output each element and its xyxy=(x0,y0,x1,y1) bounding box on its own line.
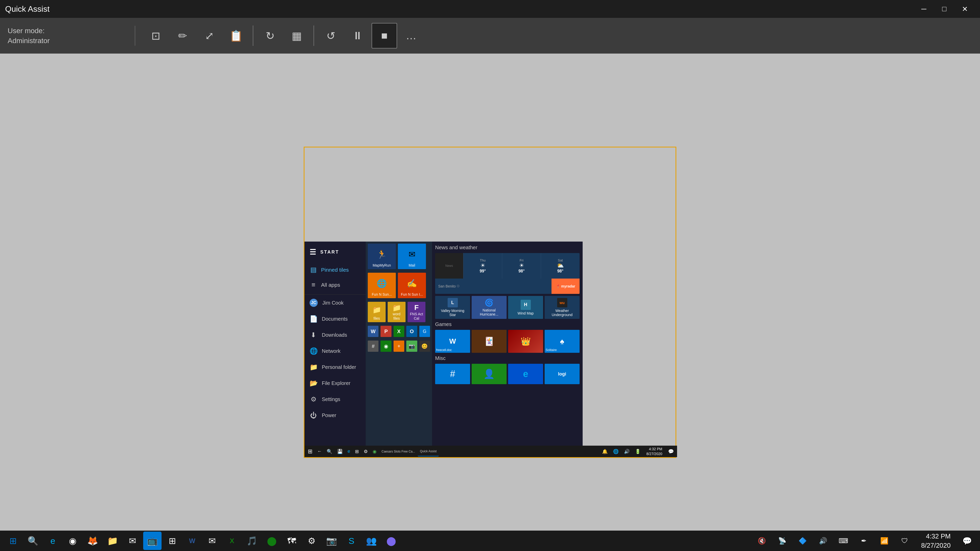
host-photos-button[interactable]: 📷 xyxy=(322,532,341,550)
all-apps-item[interactable]: ≡ All apps xyxy=(304,277,366,292)
weather-underground-tile[interactable]: wu Weather Underground xyxy=(545,296,579,319)
remote-start-button[interactable]: ⊞ xyxy=(306,447,314,456)
remote-chrome-button[interactable]: ◉ xyxy=(371,447,379,456)
sidebar-item-personal-folder[interactable]: 📁 Personal folder xyxy=(304,359,366,375)
resize-button[interactable]: ⤢ xyxy=(197,23,222,48)
clipboard-button[interactable]: 📋 xyxy=(223,23,249,48)
host-excel-button[interactable]: X xyxy=(223,532,241,550)
host-keyboard-icon[interactable]: ⌨ xyxy=(834,532,853,550)
aces-tile[interactable]: 🃏 xyxy=(472,330,507,353)
word-files-tile[interactable]: 📁 word files xyxy=(388,302,406,322)
host-security-icon[interactable]: 🛡 xyxy=(896,532,914,550)
powerpoint-tile[interactable]: P xyxy=(380,326,391,337)
misc-tile-3[interactable]: e xyxy=(508,364,543,384)
host-wifi-icon[interactable]: 📶 xyxy=(875,532,894,550)
misc-tile-4[interactable]: logi xyxy=(545,364,579,384)
mail-tile[interactable]: ✉ Mail xyxy=(398,244,426,269)
pinned-tiles-item[interactable]: ▤ Pinned tiles xyxy=(304,262,366,277)
refresh-button[interactable]: ↻ xyxy=(257,23,283,48)
mapmyrun-tile[interactable]: 🏃 MapMyRun xyxy=(368,244,396,269)
caesars-tile[interactable]: 👑 xyxy=(508,330,543,353)
host-settings2-button[interactable]: ⚙ xyxy=(302,532,321,550)
excel-tile[interactable]: X xyxy=(393,326,404,337)
remote-search-button[interactable]: 🔍 xyxy=(325,447,334,456)
host-firefox-button[interactable]: 🦊 xyxy=(83,532,102,550)
notification-icon[interactable]: 🔔 xyxy=(600,447,610,456)
freecell-tile[interactable]: W freecell.doc xyxy=(435,330,470,353)
host-mail-button[interactable]: ✉ xyxy=(123,532,142,550)
battery-icon[interactable]: 🔋 xyxy=(633,447,643,456)
host-music-button[interactable]: 🎵 xyxy=(243,532,261,550)
sidebar-item-power[interactable]: ⏻ Power xyxy=(304,407,366,424)
weather-widget[interactable]: News Thu ☀ 99° Fri ☀ xyxy=(435,253,579,294)
caesars-taskbar-btn[interactable]: Caesars Slots Free Ca... xyxy=(380,447,417,456)
more-button[interactable]: … xyxy=(398,23,424,48)
host-cortana-button[interactable]: ⬤ xyxy=(382,532,401,550)
notification-center-icon[interactable]: 💬 xyxy=(666,447,676,456)
host-notification-icon[interactable]: 💬 xyxy=(958,532,976,550)
fun-sun-2-tile[interactable]: ✍ Fun N Sun I... xyxy=(398,273,426,298)
maximize-button[interactable]: □ xyxy=(934,0,955,18)
host-word-button[interactable]: W xyxy=(183,532,201,550)
host-mute-icon[interactable]: 🔇 xyxy=(752,532,771,550)
fns-cal-tile[interactable]: F FNS Act Cal xyxy=(407,302,425,322)
remote-taskview-button[interactable]: 💾 xyxy=(335,447,345,456)
plus-tile[interactable]: + xyxy=(393,341,404,352)
sidebar-item-network[interactable]: 🌐 Network xyxy=(304,343,366,359)
reload-button[interactable]: ↺ xyxy=(318,23,344,48)
solitaire-tile[interactable]: ♠ Solitaire xyxy=(545,330,579,353)
camera-tile[interactable]: 📷 xyxy=(406,341,417,352)
emoji-tile[interactable]: 😊 xyxy=(419,341,430,352)
host-outlook-button[interactable]: ✉ xyxy=(203,532,221,550)
stop-button[interactable]: ■ xyxy=(372,23,397,48)
host-volume2-icon[interactable]: 🔊 xyxy=(814,532,832,550)
close-button[interactable]: ✕ xyxy=(955,0,975,18)
word-tile[interactable]: W xyxy=(368,326,379,337)
quick-assist-taskbar-btn[interactable]: Quick Assist xyxy=(418,447,438,456)
host-store-button[interactable]: ⊞ xyxy=(163,532,181,550)
host-chrome-button[interactable]: ◉ xyxy=(64,532,82,550)
host-edge-button[interactable]: e xyxy=(44,532,62,550)
monitor-button[interactable]: ⊡ xyxy=(143,23,169,48)
volume-icon[interactable]: 🔊 xyxy=(622,447,632,456)
outlook-tile[interactable]: G xyxy=(419,326,430,337)
national-hurricane-tile[interactable]: 🌀 National Hurricane... xyxy=(472,296,507,319)
sidebar-item-file-explorer[interactable]: 📂 File Explorer xyxy=(304,375,366,391)
remote-store-button[interactable]: ⊞ xyxy=(353,447,361,456)
host-bluetooth-icon[interactable]: 🔷 xyxy=(794,532,812,550)
annotate-button[interactable]: ✏ xyxy=(170,23,195,48)
files-tile[interactable]: 📁 files xyxy=(368,302,386,322)
host-pen-icon[interactable]: ✒ xyxy=(855,532,873,550)
hamburger-icon[interactable]: ☰ xyxy=(310,248,317,256)
minimize-button[interactable]: ─ xyxy=(914,0,934,18)
host-maps-button[interactable]: 🗺 xyxy=(283,532,301,550)
sidebar-item-settings[interactable]: ⚙ Settings xyxy=(304,391,366,407)
wind-map-tile[interactable]: H Wind Map xyxy=(508,296,543,319)
host-xbox-button[interactable]: ⬤ xyxy=(262,532,281,550)
san-benito-info-icon[interactable]: ⓘ xyxy=(457,284,460,288)
misc-tile-1[interactable]: # xyxy=(435,364,470,384)
misc-tile-2[interactable]: 👤 xyxy=(472,364,507,384)
screen-list-button[interactable]: ▦ xyxy=(284,23,310,48)
fun-sun-1-tile[interactable]: 🌐 Fun N Sun... xyxy=(368,273,396,298)
host-skype-button[interactable]: S xyxy=(342,532,361,550)
network-taskbar-icon[interactable]: 🌐 xyxy=(611,447,620,456)
sidebar-item-documents[interactable]: 📄 Documents xyxy=(304,311,366,327)
host-teams-button[interactable]: 👥 xyxy=(362,532,380,550)
remote-edge-button[interactable]: e xyxy=(345,447,352,456)
myradar-tile[interactable]: 📍 myradar xyxy=(552,279,579,294)
host-search-button[interactable]: 🔍 xyxy=(24,532,42,550)
host-explorer-button[interactable]: 📁 xyxy=(103,532,122,550)
host-start-button[interactable]: ⊞ xyxy=(4,532,22,550)
sidebar-item-downloads[interactable]: ⬇ Downloads xyxy=(304,327,366,343)
valley-morning-star-tile[interactable]: L Valley Morning Star xyxy=(435,296,470,319)
remote-back-button[interactable]: ← xyxy=(315,447,324,456)
onenote-tile[interactable]: O xyxy=(406,326,417,337)
hash-tile[interactable]: # xyxy=(368,341,379,352)
remote-settings-button[interactable]: ⚙ xyxy=(362,447,370,456)
pause-button[interactable]: ⏸ xyxy=(345,23,370,48)
host-remote-button[interactable]: 📺 xyxy=(143,532,162,550)
host-network2-icon[interactable]: 📡 xyxy=(773,532,791,550)
green-circle-tile[interactable]: ◉ xyxy=(380,341,391,352)
sidebar-item-user[interactable]: JC Jim Cook xyxy=(304,295,366,311)
